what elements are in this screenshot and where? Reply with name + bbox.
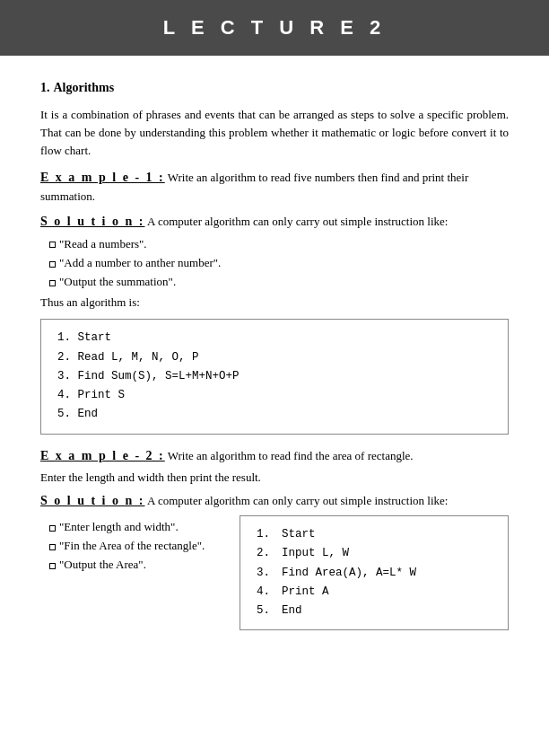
bullets1-container: "Read a numbers". "Add a number to anthe… <box>40 236 509 291</box>
example2-label: E x a m p l e - 2 : <box>40 449 165 462</box>
bullet1-1: "Read a numbers". <box>49 236 509 252</box>
bullet-icon-4 <box>49 525 56 532</box>
bullet-icon-2 <box>49 261 56 268</box>
algo2-row5: 5. End <box>257 602 416 620</box>
bullets2-container: "Enter length and width". "Fin the Area … <box>40 515 231 576</box>
bullet1-2: "Add a number to anther number". <box>49 255 509 271</box>
bullet2-3: "Output the Area". <box>49 557 231 573</box>
section-heading: Algorithms <box>54 81 115 95</box>
algo1-line1: 1. Start <box>57 329 492 347</box>
section-number: 1. <box>40 81 50 95</box>
algo2-num3: 3. <box>257 564 282 583</box>
algo2-row4: 4. Print A <box>257 583 416 602</box>
bullet2-2: "Fin the Area of the rectangle". <box>49 538 231 554</box>
algo2-text5: End <box>282 602 416 620</box>
algo2-num5: 5. <box>257 602 282 620</box>
algo2-text4: Print A <box>282 583 416 602</box>
lecture-title: L E C T U R E 2 <box>18 16 531 40</box>
bullet-icon-1 <box>49 242 56 248</box>
example2-desc: Write an algorithm to read find the area… <box>165 449 414 462</box>
bullet2-1: "Enter length and width". <box>49 519 231 535</box>
example1-label: E x a m p l e - 1 : <box>40 171 165 184</box>
algo2-num1: 1. <box>257 525 282 544</box>
algo-box-2-container: 1. Start 2. Input L, W 3. Find Area(A), … <box>240 515 509 630</box>
solution1-desc: A computer algorithm can only carry out … <box>144 215 448 228</box>
algo2-row3: 3. Find Area(A), A=L* W <box>257 564 416 583</box>
algo1-line3: 3. Find Sum(S), S=L+M+N+O+P <box>57 367 492 386</box>
algo1-line5: 5. End <box>57 405 492 424</box>
algo2-text2: Input L, W <box>282 544 416 563</box>
thus1-text: Thus an algorithm is: <box>40 295 509 310</box>
algo2-row2: 2. Input L, W <box>257 544 416 563</box>
header-bar: L E C T U R E 2 <box>0 0 549 56</box>
main-content: 1. Algorithms It is a combination of phr… <box>0 56 549 648</box>
enter-text: Enter the length and width then print th… <box>40 469 509 487</box>
solution1-label: S o l u t i o n : <box>40 215 144 228</box>
algo2-text3: Find Area(A), A=L* W <box>282 564 416 583</box>
algo2-num4: 4. <box>257 583 282 602</box>
algo2-row1: 1. Start <box>257 525 416 544</box>
algo2-text1: Start <box>282 525 416 544</box>
algo1-line4: 4. Print S <box>57 386 492 405</box>
bullet-icon-6 <box>49 563 56 569</box>
bullet1-3: "Output the summation". <box>49 274 509 290</box>
section1-para1: It is a combination of phrases and event… <box>40 106 509 160</box>
solution2-label: S o l u t i o n : <box>40 494 144 507</box>
algo-box-2: 1. Start 2. Input L, W 3. Find Area(A), … <box>240 515 509 630</box>
solution2-desc: A computer algorithm can only carry out … <box>144 494 448 507</box>
bullet-icon-3 <box>49 280 56 286</box>
algo2-num2: 2. <box>257 544 282 563</box>
algo1-line2: 2. Read L, M, N, O, P <box>57 348 492 367</box>
bullet-icon-5 <box>49 544 56 550</box>
example2-block: "Enter length and width". "Fin the Area … <box>40 515 509 630</box>
algo-box-1: 1. Start 2. Read L, M, N, O, P 3. Find S… <box>40 319 509 434</box>
